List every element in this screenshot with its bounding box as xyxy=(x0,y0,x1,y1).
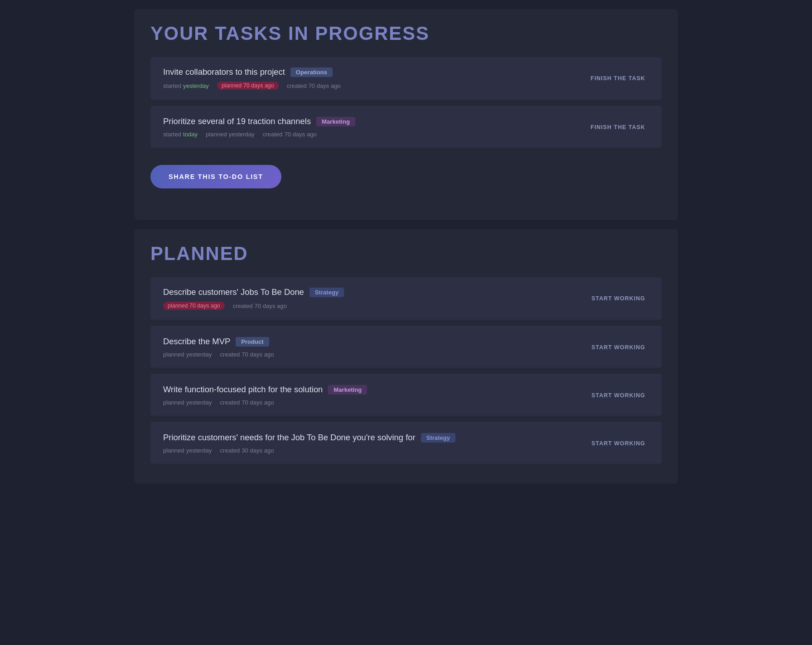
task-meta: planned yesterday created 70 days ago xyxy=(163,351,588,358)
meta-planned: planned yesterday xyxy=(163,447,212,454)
meta-created: created 70 days ago xyxy=(233,303,287,309)
meta-created: created 70 days ago xyxy=(220,351,274,358)
task-title-row: Prioritize several of 19 traction channe… xyxy=(163,116,587,126)
task-left: Describe customers' Jobs To Be Done Stra… xyxy=(163,287,588,310)
start-working-button[interactable]: START WORKING xyxy=(588,390,649,400)
task-left: Prioritize customers' needs for the Job … xyxy=(163,433,588,454)
inprogress-section: YOUR TASKS IN PROGRESS Invite collaborat… xyxy=(134,9,678,220)
planned-section: PLANNED Describe customers' Jobs To Be D… xyxy=(134,229,678,484)
inprogress-title: YOUR TASKS IN PROGRESS xyxy=(150,23,662,44)
meta-value: yesterday xyxy=(186,351,212,358)
meta-created: created 30 days ago xyxy=(220,447,274,454)
meta-planned-pill: planned 70 days ago xyxy=(163,302,225,310)
task-row: Prioritize customers' needs for the Job … xyxy=(150,423,662,464)
meta-value: 70 days ago xyxy=(242,351,274,358)
start-working-button[interactable]: START WORKING xyxy=(588,342,649,352)
task-left: Write function-focused pitch for the sol… xyxy=(163,385,588,406)
task-title: Invite collaborators to this project xyxy=(163,67,285,77)
meta-value: yesterday xyxy=(186,447,212,454)
task-meta: planned yesterday created 70 days ago xyxy=(163,399,588,406)
meta-created: created 70 days ago xyxy=(263,131,317,138)
task-title: Prioritize customers' needs for the Job … xyxy=(163,433,416,443)
finish-task-button[interactable]: FINISH THE TASK xyxy=(587,73,649,83)
task-meta: started today planned yesterday created … xyxy=(163,131,587,138)
meta-value: 70 days ago xyxy=(255,303,287,309)
meta-started: started today xyxy=(163,131,198,138)
start-working-button[interactable]: START WORKING xyxy=(588,294,649,303)
task-tag: Marketing xyxy=(316,117,355,126)
task-tag: Strategy xyxy=(421,433,455,443)
finish-task-button[interactable]: FINISH THE TASK xyxy=(587,122,649,132)
meta-value: 30 days ago xyxy=(242,447,274,454)
task-title: Describe customers' Jobs To Be Done xyxy=(163,287,304,297)
task-row: Describe the MVP Product planned yesterd… xyxy=(150,327,662,368)
task-meta: started yesterday planned 70 days ago cr… xyxy=(163,82,587,90)
task-title: Write function-focused pitch for the sol… xyxy=(163,385,323,395)
task-left: Prioritize several of 19 traction channe… xyxy=(163,116,587,138)
meta-planned: planned yesterday xyxy=(163,351,212,358)
task-left: Invite collaborators to this project Ope… xyxy=(163,67,587,90)
task-title-row: Write function-focused pitch for the sol… xyxy=(163,385,588,395)
task-tag: Product xyxy=(236,337,269,347)
planned-title: PLANNED xyxy=(150,243,662,265)
task-row: Prioritize several of 19 traction channe… xyxy=(150,106,662,148)
task-meta: planned 70 days ago created 70 days ago xyxy=(163,302,588,310)
task-row: Describe customers' Jobs To Be Done Stra… xyxy=(150,277,662,320)
meta-value: yesterday xyxy=(183,82,209,89)
task-row: Invite collaborators to this project Ope… xyxy=(150,57,662,100)
meta-value: 70 days ago xyxy=(284,131,316,138)
task-title-row: Describe customers' Jobs To Be Done Stra… xyxy=(163,287,588,297)
task-meta: planned yesterday created 30 days ago xyxy=(163,447,588,454)
meta-value: yesterday xyxy=(186,399,212,406)
task-tag: Strategy xyxy=(309,288,344,297)
task-left: Describe the MVP Product planned yesterd… xyxy=(163,337,588,358)
start-working-button[interactable]: START WORKING xyxy=(588,438,649,448)
task-title-row: Prioritize customers' needs for the Job … xyxy=(163,433,588,443)
meta-value: 70 days ago xyxy=(308,82,340,89)
meta-created: created 70 days ago xyxy=(220,399,274,406)
meta-planned: planned yesterday xyxy=(163,399,212,406)
share-todo-button[interactable]: SHARE THIS TO-DO LIST xyxy=(150,165,281,188)
task-tag: Operations xyxy=(290,67,333,77)
task-title: Describe the MVP xyxy=(163,337,230,347)
task-title: Prioritize several of 19 traction channe… xyxy=(163,116,311,126)
meta-started: started yesterday xyxy=(163,82,209,89)
meta-value: 70 days ago xyxy=(242,399,274,406)
task-title-row: Describe the MVP Product xyxy=(163,337,588,347)
task-title-row: Invite collaborators to this project Ope… xyxy=(163,67,587,77)
meta-created: created 70 days ago xyxy=(287,82,341,89)
task-tag: Marketing xyxy=(328,385,367,395)
meta-value: yesterday xyxy=(229,131,255,138)
meta-value: today xyxy=(183,131,198,138)
meta-planned-pill: planned 70 days ago xyxy=(217,82,279,90)
meta-planned: planned yesterday xyxy=(206,131,255,138)
task-row: Write function-focused pitch for the sol… xyxy=(150,375,662,416)
